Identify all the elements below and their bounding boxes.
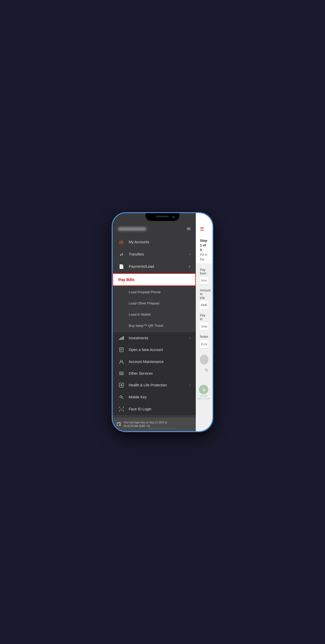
sidebar-item-mobile-key[interactable]: Mobile Key (113, 391, 196, 403)
sidebar-item-load-other-prepaid[interactable]: Load Other Prepaid (113, 298, 196, 309)
svg-rect-1 (120, 338, 121, 340)
sidebar-item-health-life[interactable]: Health & Life Protection › (113, 379, 196, 391)
sidebar-item-pay-bills[interactable]: Pay Bills (113, 273, 196, 286)
investments-label: Investments (129, 336, 190, 340)
other-services-icon (118, 372, 125, 375)
sidebar-item-other-services[interactable]: Other Services (113, 368, 196, 379)
pay-to-label: Pay to (200, 314, 208, 321)
pay-from-field: Pay from (200, 268, 208, 284)
sidebar-item-load-e-wallet[interactable]: Load E-Wallet (113, 309, 196, 320)
amount-label: Amount to pay (200, 289, 208, 299)
login-footer: Your last login was on Sep 12 2022 at 06… (113, 418, 196, 431)
svg-point-19 (122, 409, 122, 409)
pay-from-input[interactable] (200, 277, 208, 284)
svg-rect-20 (117, 423, 121, 426)
investments-icon (118, 336, 125, 340)
load-prepaid-phone-label: Load Prepaid Phone (129, 290, 191, 294)
health-chevron-icon: › (190, 383, 191, 387)
other-services-label: Other Services (129, 371, 191, 375)
submit-button[interactable] (200, 355, 208, 365)
svg-point-17 (122, 396, 123, 397)
sidebar-item-transfers[interactable]: ⇄ Transfers › (113, 248, 196, 260)
svg-rect-3 (123, 336, 124, 340)
mobile-key-icon (118, 395, 125, 399)
load-other-prepaid-label: Load Other Prepaid (129, 301, 191, 305)
phone-frame: ✉ 💼 My Accounts ⇄ Transfers › 📄 (112, 212, 213, 432)
transfer-icon: ⇄ (118, 252, 125, 257)
briefcase-icon: 💼 (118, 240, 125, 245)
sidebar-item-open-new-account[interactable]: Open a New Account (113, 344, 196, 356)
sidebar-item-buy-beep-qr[interactable]: Buy beep™ QR Ticket (113, 320, 196, 331)
hamburger-icon[interactable]: ☰ (200, 226, 204, 232)
transfers-label: Transfers (129, 252, 190, 256)
sidebar-item-my-accounts[interactable]: 💼 My Accounts (113, 236, 196, 248)
speaker (156, 216, 169, 217)
open-new-account-label: Open a New Account (129, 348, 191, 352)
amount-field: Amount to pay (200, 289, 208, 309)
bill-payment-form: ☰ Step 1 of 3 - Fill in the Pay from Amo… (196, 213, 212, 431)
refresh-icon[interactable]: ↻ (200, 368, 208, 373)
investments-chevron-icon: › (190, 336, 191, 340)
step-indicator: Step 1 of 3 - Fill in the (196, 235, 212, 264)
sidebar-item-investments[interactable]: Investments › (113, 332, 196, 344)
sidebar-item-account-maintenance[interactable]: Account Maintenance (113, 356, 196, 368)
svg-rect-2 (122, 337, 122, 340)
health-icon (118, 383, 125, 387)
svg-point-15 (120, 396, 122, 398)
pay-bills-label: Pay Bills (118, 277, 190, 282)
sidebar-item-load-prepaid-phone[interactable]: Load Prepaid Phone (113, 286, 196, 298)
svg-line-16 (122, 398, 124, 399)
transfers-chevron-icon: › (190, 252, 191, 256)
buy-beep-qr-label: Buy beep™ QR Ticket (129, 324, 191, 328)
submit-area (200, 355, 208, 366)
amount-input[interactable] (200, 301, 208, 309)
face-id-icon (118, 407, 125, 411)
home-indicator (150, 428, 176, 429)
screen: ✉ 💼 My Accounts ⇄ Transfers › 📄 (113, 213, 212, 431)
notes-input[interactable] (200, 340, 208, 348)
last-login-text: Your last login was on Sep 12 2022 at 06… (124, 421, 167, 428)
nav-menu: ✉ 💼 My Accounts ⇄ Transfers › 📄 (113, 213, 196, 431)
sidebar-item-payments-load[interactable]: 📄 Payments/Load ∨ (113, 260, 196, 273)
payments-chevron-down-icon: ∨ (188, 265, 191, 268)
account-maintenance-label: Account Maintenance (129, 360, 191, 364)
mobile-key-label: Mobile Key (129, 395, 191, 399)
sidebar-item-face-id[interactable]: Face ID Login (113, 403, 196, 415)
account-maintenance-icon (118, 359, 125, 364)
my-accounts-label: My Accounts (129, 240, 191, 244)
camera (172, 216, 175, 218)
notes-label: Notes (200, 335, 208, 339)
form-header: ☰ (196, 213, 212, 235)
pay-from-label: Pay from (200, 268, 208, 275)
load-e-wallet-label: Load E-Wallet (129, 313, 191, 316)
new-account-icon (118, 347, 125, 352)
calendar-icon (117, 422, 121, 427)
svg-rect-24 (119, 424, 120, 425)
face-id-label: Face ID Login (129, 407, 191, 411)
phone-notch (146, 213, 179, 221)
form-body: Pay from Amount to pay Pay to Notes (196, 264, 212, 431)
notes-field: Notes (200, 335, 208, 348)
user-name-blurred (118, 227, 146, 231)
pay-to-input[interactable] (200, 322, 208, 331)
pay-to-field: Pay to (200, 314, 208, 331)
health-life-label: Health & Life Protection (129, 383, 190, 387)
svg-rect-0 (119, 339, 120, 340)
payments-load-label: Payments/Load (129, 264, 188, 269)
mail-icon[interactable]: ✉ (187, 226, 191, 232)
payments-icon: 📄 (118, 264, 125, 269)
svg-point-18 (121, 409, 121, 409)
menu-items-list: 💼 My Accounts ⇄ Transfers › 📄 Payments/L… (113, 236, 196, 418)
